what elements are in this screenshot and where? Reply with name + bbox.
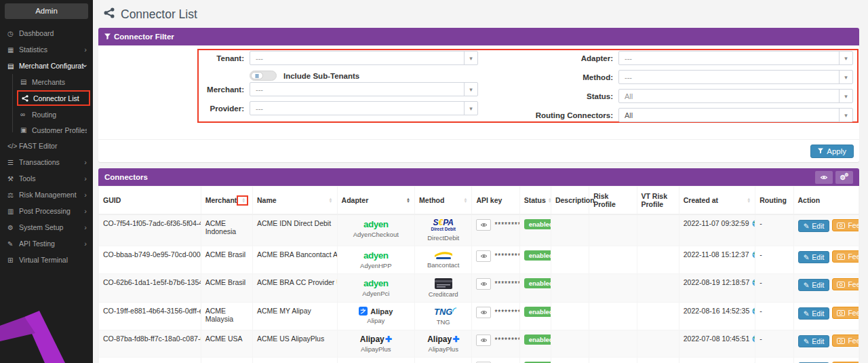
sidebar-item-tools[interactable]: ⚒Tools›	[0, 170, 93, 187]
column-header-name[interactable]: Name▲▼	[253, 187, 338, 215]
sidebar-item-statistics[interactable]: ▦Statistics›	[0, 41, 93, 58]
cell-action: ✎EditFees	[793, 274, 859, 303]
column-header-merchant[interactable]: Merchant▲▼	[201, 187, 252, 215]
cell-adapter: amazonpaymentsAmazonPayments	[337, 358, 415, 363]
method-select[interactable]: --- ▾	[618, 70, 853, 84]
cogs-icon[interactable]: ⚙⚙	[835, 171, 853, 184]
sidebar-item-routing[interactable]: ∞Routing	[0, 107, 93, 122]
tenant-select[interactable]: --- ▾	[250, 51, 478, 65]
sort-icon[interactable]: ▲▼	[548, 197, 552, 204]
fees-button[interactable]: Fees	[832, 250, 859, 263]
adapter-select[interactable]: --- ▾	[618, 51, 853, 65]
cell-routing: -	[755, 303, 793, 330]
cell-method: Bancontact	[415, 246, 472, 274]
connectors-header: Connectors ⚙⚙	[98, 168, 859, 186]
column-label: Method	[419, 196, 444, 204]
fees-button[interactable]: Fees	[832, 307, 859, 319]
briefcase-icon: ▤	[20, 78, 32, 85]
sidebar-item-api-testing[interactable]: ✎API Testing›	[0, 235, 93, 252]
cell-status: enabled	[519, 214, 551, 246]
sort-icon[interactable]: ▲▼	[241, 197, 245, 204]
chevron-down-icon: ▾	[464, 102, 477, 115]
fees-button[interactable]: Fees	[832, 219, 859, 231]
cell-action: ✎EditFees	[793, 303, 859, 330]
sidebar-item-virtual-terminal[interactable]: ⊞Virtual Terminal	[0, 252, 93, 268]
column-header-method[interactable]: Method▲▼	[415, 187, 472, 215]
sidebar-item-risk-management[interactable]: ⚖Risk Management›	[0, 187, 93, 203]
adapter-caption: AdyenPci	[362, 290, 389, 297]
eye-icon[interactable]	[476, 335, 491, 346]
edit-button[interactable]: ✎Edit	[798, 251, 830, 263]
code-icon: </>	[7, 142, 19, 150]
sidebar-item-connector-list[interactable]: Connector List	[17, 90, 90, 106]
column-label: Description	[555, 196, 595, 204]
cell-adapter: Alipay✚AlipayPlus	[337, 330, 415, 358]
fees-button[interactable]: Fees	[832, 278, 859, 290]
apply-button[interactable]: Apply	[810, 145, 854, 158]
sidebar-item-transactions[interactable]: ☰Transactions›	[0, 154, 93, 170]
sort-icon[interactable]: ▲▼	[463, 197, 467, 204]
fees-button[interactable]: Fees	[832, 335, 859, 347]
fees-money-icon	[837, 254, 845, 260]
cell-api-key: *********	[472, 330, 519, 358]
fees-money-icon	[837, 223, 845, 229]
cell-adapter: adyenAdyenPci	[337, 274, 415, 303]
cell-routing: -	[755, 330, 793, 358]
sidebar-item-merchant-configuration[interactable]: ▤Merchant Configuration›	[0, 58, 93, 74]
sidebar-item-system-setup[interactable]: ⚙System Setup›	[0, 219, 93, 235]
adyen-logo: adyen	[363, 219, 389, 229]
adapter-caption: AdyenHPP	[360, 262, 391, 269]
cell-api-key: *********	[472, 214, 519, 246]
method-caption: AlipayPlus	[429, 345, 458, 353]
sidebar-item-customer-profiles[interactable]: ▣Customer Profiles	[0, 122, 93, 138]
eye-icon[interactable]	[476, 307, 491, 318]
gear-icon: ⚙	[7, 224, 19, 231]
chevron-down-icon: ▾	[839, 109, 852, 121]
sort-icon[interactable]: ▲▼	[406, 197, 410, 204]
cell-description	[551, 330, 589, 358]
cell-status: enabled	[519, 330, 551, 358]
sort-icon[interactable]: ▲▼	[747, 197, 751, 204]
cell-guid: CO-19ff-e881-4b64-3156-0dff-e5a8	[99, 303, 201, 330]
sidebar-item-label: Merchant Configuration	[19, 62, 84, 70]
sidebar-item-post-processing[interactable]: ▥Post Processing›	[0, 203, 93, 219]
column-header-created-at[interactable]: Created at▲▼	[679, 187, 755, 215]
sidebar-item-fast-editor[interactable]: </>FAST Editor	[0, 138, 93, 154]
admin-button[interactable]: Admin	[5, 3, 88, 19]
cell-name: ACME US AlipayPlus	[253, 330, 338, 358]
edit-button[interactable]: ✎Edit	[798, 279, 830, 291]
merchant-select[interactable]: --- ▾	[250, 82, 478, 96]
api-key-mask: *********	[494, 252, 519, 260]
sidebar-item-dashboard[interactable]: ◷Dashboard	[0, 25, 93, 41]
column-header-routing: Routing	[755, 187, 793, 215]
provider-select[interactable]: --- ▾	[250, 101, 478, 115]
edit-button[interactable]: ✎Edit	[798, 307, 830, 320]
app-window: Admin ◷Dashboard▦Statistics›▤Merchant Co…	[0, 0, 868, 363]
eye-icon[interactable]	[476, 250, 491, 262]
chevron-down-icon: ▾	[839, 71, 852, 83]
page-title: Connector List	[93, 0, 868, 28]
column-label: GUID	[103, 196, 121, 204]
cell-api-key: *********	[472, 246, 519, 274]
column-label: Risk Profile	[593, 192, 632, 208]
column-header-adapter[interactable]: Adapter▲▼	[337, 187, 415, 215]
method-caption: Creditcard	[429, 290, 458, 298]
sort-icon[interactable]: ▲▼	[329, 197, 333, 204]
column-header-status[interactable]: Status▲▼	[519, 187, 551, 215]
table-row: CO-ccf4-ca08-df9d-f362-6177-4d3eACME Jap…	[99, 358, 859, 363]
eye-icon[interactable]	[815, 171, 833, 184]
cell-created-at: 2022-10-05 12:30:23	[679, 358, 755, 363]
cell-vt-risk-profile	[637, 303, 679, 330]
status-select[interactable]: All ▾	[618, 89, 853, 103]
eye-icon[interactable]	[476, 219, 491, 231]
edit-button[interactable]: ✎Edit	[798, 335, 830, 347]
sidebar: Admin ◷Dashboard▦Statistics›▤Merchant Co…	[0, 0, 93, 363]
edit-button[interactable]: ✎Edit	[798, 220, 830, 232]
include-sub-tenants-toggle[interactable]	[250, 71, 277, 81]
eye-icon[interactable]	[476, 278, 491, 290]
cell-description	[551, 358, 589, 363]
created-at-value: 2022-07-08 10:45:51	[684, 335, 750, 343]
adapter-label: Adapter:	[505, 54, 618, 62]
routing-connectors-select[interactable]: All ▾	[618, 108, 853, 122]
sidebar-item-merchants[interactable]: ▤Merchants	[0, 74, 93, 90]
